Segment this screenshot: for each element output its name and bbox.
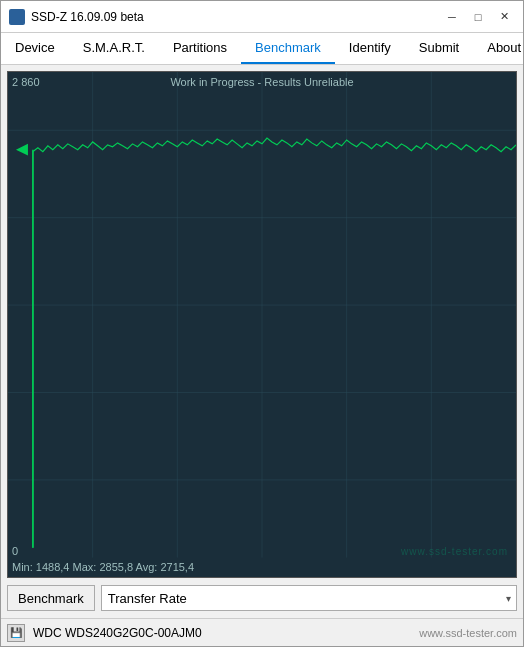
drive-icon: 💾	[7, 624, 25, 642]
chart-stats: Min: 1488,4 Max: 2855,8 Avg: 2715,4	[12, 561, 512, 573]
content-area: 2 860 Work in Progress - Results Unrelia…	[1, 65, 523, 618]
drive-name: WDC WDS240G2G0C-00AJM0	[33, 626, 411, 640]
window-title: SSD-Z 16.09.09 beta	[31, 10, 441, 24]
menu-item-device[interactable]: Device	[1, 33, 69, 64]
svg-marker-11	[16, 144, 28, 156]
website-url: www.ssd-tester.com	[419, 627, 517, 639]
menu-item-submit[interactable]: Submit	[405, 33, 473, 64]
menu-item-benchmark[interactable]: Benchmark	[241, 33, 335, 64]
minimize-button[interactable]: ─	[441, 7, 463, 27]
maximize-button[interactable]: □	[467, 7, 489, 27]
menu-item-identify[interactable]: Identify	[335, 33, 405, 64]
chart-y-min: 0	[12, 545, 18, 557]
benchmark-button[interactable]: Benchmark	[7, 585, 95, 611]
menu-item-about[interactable]: About	[473, 33, 524, 64]
menu-bar: Device S.M.A.R.T. Partitions Benchmark I…	[1, 33, 523, 65]
chart-svg	[8, 72, 516, 577]
benchmark-chart: 2 860 Work in Progress - Results Unrelia…	[7, 71, 517, 578]
status-bar: 💾 WDC WDS240G2G0C-00AJM0 www.ssd-tester.…	[1, 618, 523, 646]
main-window: SSD-Z 16.09.09 beta ─ □ ✕ Device S.M.A.R…	[0, 0, 524, 647]
transfer-rate-select[interactable]: Transfer Rate Access Time IOPS	[101, 585, 517, 611]
transfer-rate-dropdown-wrapper: Transfer Rate Access Time IOPS ▾	[101, 585, 517, 611]
bottom-controls: Benchmark Transfer Rate Access Time IOPS…	[7, 584, 517, 612]
close-button[interactable]: ✕	[493, 7, 515, 27]
chart-watermark: www.ssd-tester.com	[401, 546, 508, 557]
chart-title: Work in Progress - Results Unreliable	[8, 76, 516, 88]
menu-item-smart[interactable]: S.M.A.R.T.	[69, 33, 159, 64]
menu-item-partitions[interactable]: Partitions	[159, 33, 241, 64]
app-icon	[9, 9, 25, 25]
title-bar: SSD-Z 16.09.09 beta ─ □ ✕	[1, 1, 523, 33]
window-controls: ─ □ ✕	[441, 7, 515, 27]
